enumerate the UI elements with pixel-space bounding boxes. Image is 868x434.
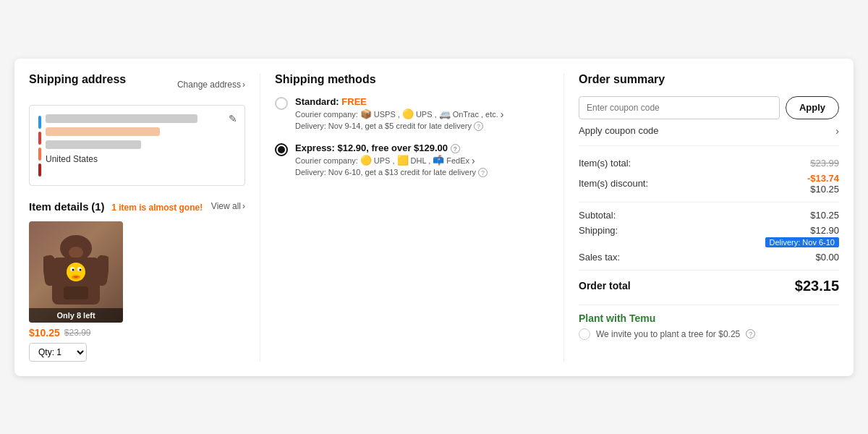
divider-2 <box>579 270 839 271</box>
product-price-original: $23.99 <box>64 328 91 338</box>
coupon-input[interactable] <box>579 96 780 119</box>
item-details-count: (1) <box>91 200 104 213</box>
express-info-icon[interactable]: ? <box>451 144 460 153</box>
dot-blue <box>38 116 41 129</box>
items-discount-value: -$13.74 <box>807 173 839 184</box>
address-line-3-blurred <box>46 140 141 149</box>
subtotal-value: $10.25 <box>810 210 839 221</box>
shipping-value: $12.90 <box>810 225 839 236</box>
shipping-methods-title: Shipping methods <box>275 73 549 86</box>
address-country: United States <box>46 154 98 164</box>
sales-tax-row: Sales tax: $0.00 <box>579 252 839 263</box>
standard-info-icon[interactable]: ? <box>474 122 483 131</box>
coupon-row: Apply <box>579 96 839 119</box>
items-discount-row: Item(s) discount: -$13.74 $10.25 <box>579 173 839 195</box>
express-delivery: Delivery: Nov 6-10, get a $13 credit for… <box>295 168 488 177</box>
items-total-value: $23.99 <box>810 158 839 169</box>
address-indicator <box>38 114 41 176</box>
plant-radio[interactable] <box>579 328 590 340</box>
express-delivery-info-icon[interactable]: ? <box>478 168 488 177</box>
svg-rect-5 <box>64 286 88 299</box>
discount-values: -$13.74 $10.25 <box>807 173 839 195</box>
checkout-page: Shipping address Change address › Unit <box>14 59 854 376</box>
standard-shipping-info: Standard: FREE Courier company: 📦 USPS ,… <box>295 96 503 131</box>
qty-select[interactable]: Qty: 1 Qty: 2 Qty: 3 <box>29 343 87 362</box>
address-box: United States ✎ <box>29 105 245 186</box>
express-shipping-info: Express: $12.90, free over $129.00 ? Cou… <box>295 142 488 177</box>
product-price-row: $10.25 $23.99 <box>29 327 123 339</box>
plant-text: We invite you to plant a tree for $0.25 <box>596 329 740 339</box>
items-total-row: Item(s) total: $23.99 <box>579 158 839 169</box>
after-discount-value: $10.25 <box>807 184 839 195</box>
express-shipping-name: Express: $12.90, free over $129.00 ? <box>295 142 488 153</box>
subtotal-label: Subtotal: <box>579 210 616 221</box>
apply-coupon-chevron: › <box>835 125 839 137</box>
product-price-current: $10.25 <box>29 327 60 339</box>
sales-tax-label: Sales tax: <box>579 252 620 263</box>
change-address-link[interactable]: Change address › <box>177 80 245 90</box>
express-radio-dot <box>278 146 285 153</box>
address-section-title: Shipping address <box>29 73 126 86</box>
middle-column: Shipping methods Standard: FREE Courier … <box>260 73 564 362</box>
express-couriers: Courier company: 🟡 UPS , 🟨 DHL , 📫 FedEx… <box>295 155 488 166</box>
dot-darkred <box>38 163 41 176</box>
edit-address-icon[interactable]: ✎ <box>229 113 237 124</box>
items-total-label: Item(s) total: <box>579 158 631 169</box>
order-total-label: Order total <box>579 280 631 292</box>
order-summary-title: Order summary <box>579 73 839 86</box>
plant-section: Plant with Temu We invite you to plant a… <box>579 305 839 340</box>
items-discount-label: Item(s) discount: <box>579 178 648 189</box>
standard-couriers: Courier company: 📦 USPS , 🟡 UPS , 🚐 OnTr… <box>295 109 503 120</box>
address-lines: United States <box>38 114 236 176</box>
svg-point-1 <box>69 247 83 258</box>
shipping-option-standard[interactable]: Standard: FREE Courier company: 📦 USPS ,… <box>275 96 549 131</box>
delivery-badge: Delivery: Nov 6-10 <box>765 237 839 247</box>
express-radio[interactable] <box>275 143 288 156</box>
only-left-badge: Only 8 left <box>29 308 123 323</box>
item-almost-gone-label: 1 item is almost gone! <box>111 203 203 213</box>
plant-info-icon[interactable]: ? <box>746 329 755 339</box>
right-column: Order summary Apply Apply coupon code › … <box>564 73 839 362</box>
view-all-link[interactable]: View all › <box>211 201 245 211</box>
address-header: Shipping address Change address › <box>29 73 245 96</box>
shipping-option-express[interactable]: Express: $12.90, free over $129.00 ? Cou… <box>275 142 549 177</box>
dot-orange <box>38 148 41 161</box>
svg-point-11 <box>80 268 82 271</box>
item-details-title-group: Item details (1) 1 item is almost gone! <box>29 200 203 213</box>
left-column: Shipping address Change address › Unit <box>29 73 260 362</box>
apply-button[interactable]: Apply <box>786 96 839 119</box>
shipping-value-group: $12.90 Delivery: Nov 6-10 <box>765 225 839 247</box>
shipping-label: Shipping: <box>579 225 618 236</box>
svg-point-10 <box>72 268 75 271</box>
divider-1 <box>579 202 839 203</box>
qty-select-wrapper: Qty: 1 Qty: 2 Qty: 3 <box>29 343 123 362</box>
plant-option: We invite you to plant a tree for $0.25 … <box>579 328 839 340</box>
address-line-1-blurred <box>46 114 197 123</box>
item-details-header: Item details (1) 1 item is almost gone! … <box>29 200 245 213</box>
subtotal-row: Subtotal: $10.25 <box>579 210 839 221</box>
shipping-row: Shipping: $12.90 Delivery: Nov 6-10 <box>579 225 839 247</box>
plant-title: Plant with Temu <box>579 312 839 324</box>
standard-radio[interactable] <box>275 97 288 110</box>
address-text: United States <box>46 114 236 176</box>
standard-shipping-name: Standard: FREE <box>295 96 503 107</box>
standard-delivery: Delivery: Nov 9-14, get a $5 credit for … <box>295 122 503 131</box>
product-image-wrapper: Only 8 left <box>29 221 123 323</box>
dot-red <box>38 132 41 145</box>
apply-coupon-link[interactable]: Apply coupon code › <box>579 125 839 146</box>
address-line-2-blurred <box>46 127 160 136</box>
order-total-row: Order total $23.15 <box>579 278 839 294</box>
sales-tax-value: $0.00 <box>815 252 839 263</box>
product-image <box>29 221 123 323</box>
order-total-value: $23.15 <box>795 278 839 294</box>
hoodie-svg <box>43 232 109 312</box>
product-card: Only 8 left $10.25 $23.99 Qty: 1 Qty: 2 … <box>29 221 123 362</box>
item-details-title: Item details <box>29 200 89 213</box>
